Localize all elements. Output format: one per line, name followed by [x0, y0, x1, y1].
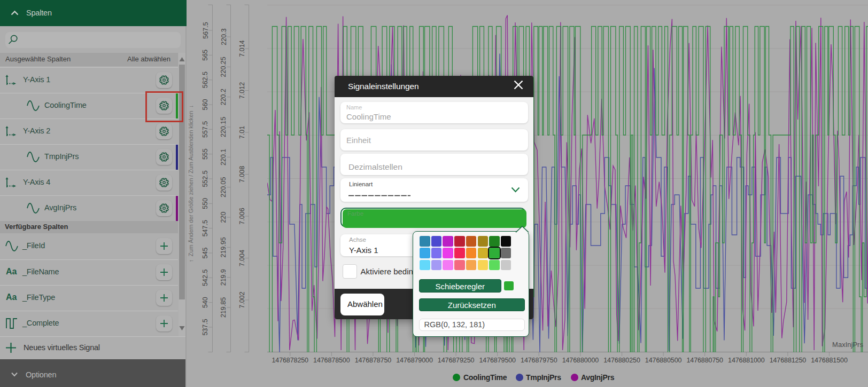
svg-text:1476879250: 1476879250: [438, 357, 475, 364]
svg-text:220.2: 220.2: [220, 89, 228, 105]
svg-text:220: 220: [220, 212, 228, 223]
svg-text:7.004: 7.004: [238, 250, 246, 266]
svg-text:565: 565: [202, 50, 210, 61]
svg-text:557.5: 557.5: [202, 121, 210, 138]
svg-text:1476879750: 1476879750: [521, 357, 557, 364]
svg-text:560: 560: [202, 99, 210, 110]
svg-text:7.008: 7.008: [238, 166, 246, 183]
svg-text:545: 545: [202, 247, 210, 258]
svg-text:220.05: 220.05: [220, 177, 228, 197]
svg-text:219.95: 219.95: [220, 237, 228, 257]
svg-text:555: 555: [202, 148, 210, 160]
svg-text:1476881250: 1476881250: [770, 357, 807, 364]
svg-text:562.5: 562.5: [202, 72, 210, 88]
svg-text:537.5: 537.5: [202, 319, 210, 335]
svg-text:1476880000: 1476880000: [562, 357, 599, 364]
svg-text:552.5: 552.5: [202, 170, 210, 187]
svg-text:1476881000: 1476881000: [728, 357, 765, 364]
svg-text:1476879500: 1476879500: [479, 357, 516, 364]
svg-text:1476878750: 1476878750: [355, 357, 392, 364]
svg-text:7.014: 7.014: [238, 40, 246, 57]
svg-text:1476879000: 1476879000: [396, 357, 433, 364]
svg-text:220.25: 220.25: [220, 57, 228, 77]
svg-text:219.9: 219.9: [220, 269, 228, 286]
svg-text:547.5: 547.5: [202, 220, 210, 236]
svg-text:1476878500: 1476878500: [313, 357, 350, 364]
svg-text:220.3: 220.3: [220, 28, 228, 45]
svg-text:1476880500: 1476880500: [645, 357, 682, 364]
svg-text:7.012: 7.012: [238, 82, 246, 99]
svg-text:220.1: 220.1: [220, 149, 228, 165]
svg-text:219.85: 219.85: [220, 297, 228, 318]
svg-text:7.006: 7.006: [238, 208, 246, 224]
svg-text:MaxInjPrs: MaxInjPrs: [832, 341, 863, 349]
svg-text:542.5: 542.5: [202, 270, 210, 286]
svg-text:540: 540: [202, 297, 210, 308]
svg-text:1476880750: 1476880750: [686, 357, 723, 364]
svg-text:550: 550: [202, 198, 210, 209]
svg-text:7.01: 7.01: [238, 126, 246, 139]
svg-text:220.15: 220.15: [220, 117, 228, 137]
svg-text:7.002: 7.002: [238, 291, 246, 308]
svg-text:1476881500: 1476881500: [811, 357, 848, 364]
svg-text:567.5: 567.5: [202, 22, 210, 38]
svg-text:1476880250: 1476880250: [603, 357, 640, 364]
svg-text:1476878250: 1476878250: [272, 357, 308, 364]
